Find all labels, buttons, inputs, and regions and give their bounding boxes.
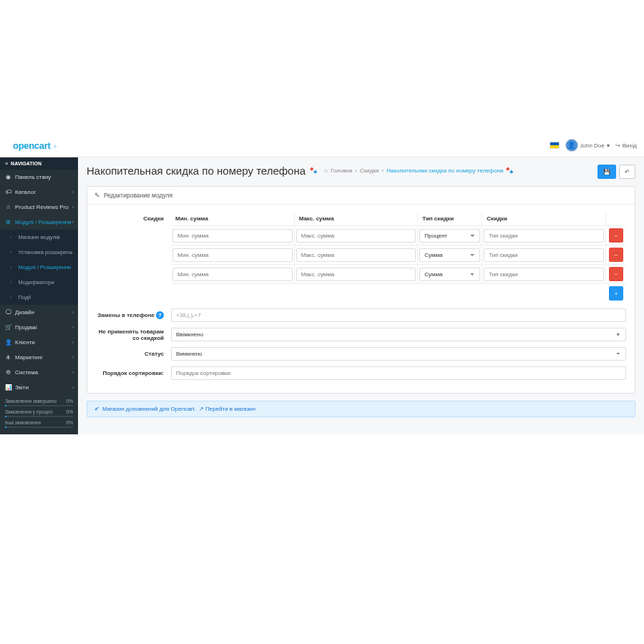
user-menu[interactable]: 👤 John Doe ▾ bbox=[565, 139, 610, 152]
discounts-table: Мин. сумма Макс. сумма Тип скидки Скидки… bbox=[171, 212, 626, 303]
sidebar-item-reviews[interactable]: ☆Product Reviews Pro› bbox=[0, 200, 78, 215]
panel-heading: ✎ Редактирование модуля bbox=[87, 187, 635, 205]
table-row: Процент− bbox=[171, 226, 626, 245]
col-discount: Скидки bbox=[482, 212, 606, 226]
logout-icon: ↪ bbox=[615, 142, 620, 149]
home-icon[interactable]: ⌂ bbox=[324, 167, 328, 174]
sidebar-item-system[interactable]: ⚙Система› bbox=[0, 365, 78, 380]
chevron-right-icon: › bbox=[72, 385, 74, 390]
discount-input[interactable] bbox=[484, 229, 604, 243]
back-button[interactable]: ↶ bbox=[619, 165, 635, 179]
dashboard-icon: ◉ bbox=[5, 174, 11, 180]
logout-button[interactable]: ↪ Вихід bbox=[615, 142, 637, 149]
share-icon: ⋔ bbox=[5, 354, 11, 361]
col-max: Макс. сумма bbox=[295, 212, 419, 226]
type-select[interactable]: Сумма bbox=[419, 268, 480, 281]
chevron-right-icon: › bbox=[72, 355, 74, 360]
chevron-right-icon: › bbox=[72, 205, 74, 210]
chevron-right-icon: › bbox=[72, 220, 74, 225]
phone-replace-label: Замены в телефоне? bbox=[96, 311, 164, 319]
sidebar-sub-extensions[interactable]: Модулі / Розширення bbox=[0, 260, 78, 275]
sidebar: ≡ NAVIGATION ◉Панель стану 🏷Каталог› ☆Pr… bbox=[0, 157, 78, 434]
chevron-right-icon: › bbox=[72, 190, 74, 195]
phone-replace-input[interactable] bbox=[171, 308, 626, 322]
sidebar-item-design[interactable]: 🖵Дизайн› bbox=[0, 305, 78, 320]
sidebar-item-reports[interactable]: 📊Звіти› bbox=[0, 380, 78, 395]
store-link[interactable]: ↗ Перейти в магазин bbox=[199, 406, 255, 412]
save-button[interactable]: 💾 bbox=[597, 165, 616, 179]
discount-input[interactable] bbox=[484, 248, 604, 262]
table-row: Сумма− bbox=[171, 265, 626, 284]
sidebar-sub-store[interactable]: Магазин модулів bbox=[0, 230, 78, 245]
sidebar-sub-events[interactable]: Події bbox=[0, 290, 78, 305]
sidebar-stats: Замовлення завершено0% Замовлення у проц… bbox=[0, 395, 78, 434]
sort-input[interactable] bbox=[171, 366, 626, 380]
min-input[interactable] bbox=[172, 268, 293, 281]
help-icon[interactable]: ? bbox=[156, 311, 164, 319]
add-row-button[interactable]: + bbox=[609, 286, 624, 301]
cart-icon: 🛒 bbox=[5, 324, 11, 331]
exclude-select[interactable]: Ввімкнено bbox=[171, 328, 626, 341]
sidebar-item-customers[interactable]: 👤Клієнти› bbox=[0, 335, 78, 350]
pencil-icon: ✎ bbox=[94, 192, 100, 199]
chevron-right-icon: › bbox=[72, 325, 74, 330]
logo[interactable]: opencart ⬨ bbox=[7, 140, 57, 151]
status-select[interactable]: Вимкнено bbox=[171, 347, 626, 361]
col-min: Мин. сумма bbox=[171, 212, 295, 226]
avatar-icon: 👤 bbox=[565, 139, 578, 152]
back-icon: ↶ bbox=[625, 169, 630, 175]
max-input[interactable] bbox=[296, 229, 416, 243]
main-content: Накопительная скидка по номеру телефона … bbox=[78, 157, 644, 434]
module-icon bbox=[310, 166, 320, 176]
col-type: Тип скидки bbox=[418, 212, 482, 226]
puzzle-icon: ⊞ bbox=[5, 219, 11, 225]
sidebar-item-marketing[interactable]: ⋔Маркетинг› bbox=[0, 350, 78, 365]
remove-row-button[interactable]: − bbox=[609, 248, 624, 262]
page-title: Накопительная скидка по номеру телефона … bbox=[87, 165, 516, 177]
nav-header: ≡ NAVIGATION bbox=[0, 157, 78, 170]
user-name: John Doe bbox=[580, 142, 605, 149]
topbar: opencart ⬨ 👤 John Doe ▾ ↪ Вихід bbox=[0, 134, 644, 157]
menu-icon: ≡ bbox=[5, 161, 8, 166]
sidebar-item-dashboard[interactable]: ◉Панель стану bbox=[0, 170, 78, 185]
minus-icon: − bbox=[615, 252, 618, 258]
sort-label: Порядок сортировки: bbox=[96, 370, 164, 376]
save-icon: 💾 bbox=[603, 169, 610, 175]
logout-label: Вихід bbox=[623, 142, 637, 149]
sidebar-item-sales[interactable]: 🛒Продажі› bbox=[0, 320, 78, 335]
minus-icon: − bbox=[615, 233, 618, 239]
max-input[interactable] bbox=[296, 268, 416, 281]
remove-row-button[interactable]: − bbox=[609, 267, 624, 281]
module-icon bbox=[506, 166, 516, 176]
discount-input[interactable] bbox=[484, 268, 604, 281]
chevron-right-icon: › bbox=[72, 370, 74, 375]
discounts-label: Скидки bbox=[96, 212, 164, 222]
table-row: Сумма− bbox=[171, 245, 626, 265]
breadcrumb: ⌂ Головна › Скидка › Накопительная скидк… bbox=[324, 166, 516, 176]
minus-icon: − bbox=[615, 271, 618, 278]
external-icon: ↗ bbox=[199, 406, 204, 412]
min-input[interactable] bbox=[172, 229, 293, 243]
flag-icon[interactable] bbox=[550, 142, 560, 149]
sidebar-item-extensions[interactable]: ⊞Модулі / Розширення› bbox=[0, 215, 78, 230]
desktop-icon: 🖵 bbox=[5, 309, 11, 316]
sidebar-sub-modifications[interactable]: Модифікатори bbox=[0, 275, 78, 290]
exclude-label: Не применять товарам со скидкой bbox=[96, 328, 164, 341]
max-input[interactable] bbox=[296, 248, 416, 262]
chevron-right-icon: › bbox=[72, 340, 74, 345]
chevron-right-icon: › bbox=[72, 310, 74, 315]
type-select[interactable]: Сумма bbox=[419, 248, 480, 262]
sidebar-item-catalog[interactable]: 🏷Каталог› bbox=[0, 185, 78, 200]
min-input[interactable] bbox=[172, 248, 293, 262]
status-label: Статус bbox=[96, 351, 164, 357]
sidebar-sub-installer[interactable]: Установка розширень bbox=[0, 245, 78, 260]
plus-icon: + bbox=[615, 291, 618, 297]
info-bar: ✔ Магазин доповнений для Opencart. ↗ Пер… bbox=[87, 401, 635, 417]
type-select[interactable]: Процент bbox=[419, 229, 480, 243]
star-icon: ☆ bbox=[5, 204, 11, 210]
user-icon: 👤 bbox=[5, 339, 11, 346]
edit-panel: ✎ Редактирование модуля Скидки Мин. сумм… bbox=[87, 186, 635, 394]
check-icon: ✔ bbox=[94, 406, 99, 412]
chevron-down-icon: ▾ bbox=[607, 142, 610, 149]
remove-row-button[interactable]: − bbox=[609, 228, 624, 243]
